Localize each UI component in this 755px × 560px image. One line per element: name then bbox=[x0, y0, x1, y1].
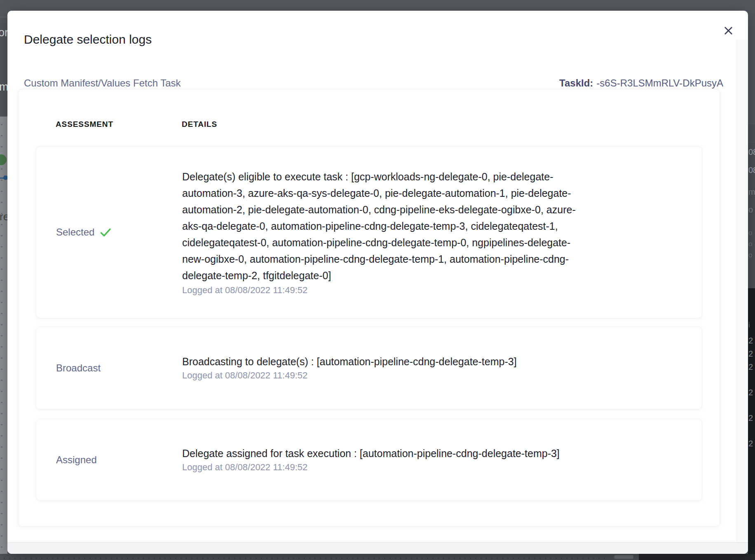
background-text-fragment: 2 bbox=[748, 349, 753, 359]
background-text-fragment: o bbox=[748, 229, 752, 237]
details-text: automation-2, pie-delegate-automation-0,… bbox=[182, 201, 689, 218]
background-text-fragment: 08 bbox=[748, 147, 755, 157]
background-text-fragment: o bbox=[748, 251, 752, 259]
assessment-status: Selected bbox=[56, 226, 112, 238]
table-row: Selected Delegate(s) eligible to execute… bbox=[36, 146, 702, 318]
background-text-fragment: 2 bbox=[748, 439, 753, 448]
details-text: delegate-temp-2, tfgitdelegate-0] bbox=[182, 267, 689, 284]
pipeline-connector-dot-icon bbox=[3, 175, 7, 180]
table-row: Assigned Delegate assigned for task exec… bbox=[36, 419, 702, 501]
task-name: Custom Manifest/Values Fetch Task bbox=[24, 77, 181, 89]
details-text: aks-qa-delegate-0, automation-pipeline-c… bbox=[182, 218, 689, 234]
background-text-fragment: or bbox=[0, 26, 7, 39]
task-id-label: TaskId: bbox=[559, 77, 593, 89]
background-text-fragment: 2 bbox=[748, 388, 753, 397]
screen: { "colors": { "check_green": "#4abf4f", … bbox=[0, 0, 755, 560]
background-pipeline-canvas: re bbox=[0, 117, 7, 554]
background-text-fragment: 2 bbox=[748, 336, 753, 345]
modal-title: Delegate selection logs bbox=[24, 31, 152, 48]
logged-timestamp: Logged at 08/08/2022 11:49:52 bbox=[182, 461, 689, 474]
delegate-selection-logs-modal: Delegate selection logs Custom Manifest/… bbox=[7, 11, 748, 554]
background-text-fragment: i bbox=[748, 321, 750, 329]
details-cell: Broadcasting to delegate(s) : [automatio… bbox=[182, 327, 702, 409]
assessment-status: Assigned bbox=[56, 454, 97, 466]
details-text: cidelegateqatest-0, automation-pipeline-… bbox=[182, 234, 689, 251]
background-text-fragment: o bbox=[748, 205, 753, 215]
assessment-status: Broadcast bbox=[56, 362, 101, 374]
modal-scrollbar-track[interactable] bbox=[736, 40, 748, 542]
background-text-fragment: re bbox=[0, 210, 7, 223]
selection-logs-table: ASSESSMENT DETAILS Selected Delegate(s) … bbox=[18, 89, 720, 527]
column-header-details: DETAILS bbox=[182, 119, 217, 130]
details-text: new-ogibxe-0, automation-pipeline-cdng-d… bbox=[182, 251, 689, 267]
details-text: automation-3, azure-aks-qa-sys-delegate-… bbox=[182, 185, 689, 201]
background-text-fragment: m bbox=[0, 81, 7, 93]
background-divider bbox=[0, 17, 7, 17]
details-cell: Delegate(s) eligible to execute task : [… bbox=[182, 147, 702, 318]
background-text-fragment: 08 bbox=[748, 166, 755, 175]
modal-footer bbox=[7, 542, 748, 554]
background-console-edge bbox=[639, 554, 755, 560]
check-icon bbox=[99, 227, 112, 238]
task-id: TaskId:-s6S-R3LSMmRLV-DkPusyA bbox=[559, 77, 723, 89]
background-bottom-sliver bbox=[0, 554, 755, 560]
close-icon bbox=[723, 26, 734, 37]
details-text: Delegate assigned for task execution : [… bbox=[182, 446, 689, 461]
background-right-sliver: 08 08 m o o o o i 2 2 2 2 2 2 bbox=[748, 0, 755, 560]
background-panel-band bbox=[748, 142, 755, 288]
pipeline-success-node-icon bbox=[0, 154, 7, 165]
background-scrollbar-thumb[interactable] bbox=[614, 555, 633, 559]
logged-timestamp: Logged at 08/08/2022 11:49:52 bbox=[182, 284, 689, 296]
details-text: Delegate(s) eligible to execute task : [… bbox=[182, 168, 689, 185]
background-text-fragment: 2 bbox=[748, 413, 753, 423]
assessment-label: Assigned bbox=[56, 454, 97, 466]
background-text-fragment: 2 bbox=[748, 362, 753, 372]
table-row: Broadcast Broadcasting to delegate(s) : … bbox=[36, 327, 702, 409]
modal-subheader: Custom Manifest/Values Fetch Task TaskId… bbox=[24, 77, 723, 89]
background-left-sliver: or m re bbox=[0, 0, 7, 560]
details-cell: Delegate assigned for task execution : [… bbox=[182, 419, 702, 500]
close-button[interactable] bbox=[720, 23, 736, 40]
table-header-row: ASSESSMENT DETAILS bbox=[36, 119, 702, 130]
column-header-assessment: ASSESSMENT bbox=[36, 119, 182, 130]
background-text-fragment: m bbox=[748, 187, 755, 197]
logged-timestamp: Logged at 08/08/2022 11:49:52 bbox=[182, 369, 689, 382]
task-id-value: -s6S-R3LSMmRLV-DkPusyA bbox=[596, 77, 723, 89]
details-text: Broadcasting to delegate(s) : [automatio… bbox=[182, 354, 689, 369]
assessment-label: Broadcast bbox=[56, 362, 101, 374]
background-text-fragment: o bbox=[748, 240, 752, 248]
background-tick-dots bbox=[0, 554, 606, 560]
background-panel-band bbox=[748, 124, 755, 142]
assessment-label: Selected bbox=[56, 226, 94, 238]
